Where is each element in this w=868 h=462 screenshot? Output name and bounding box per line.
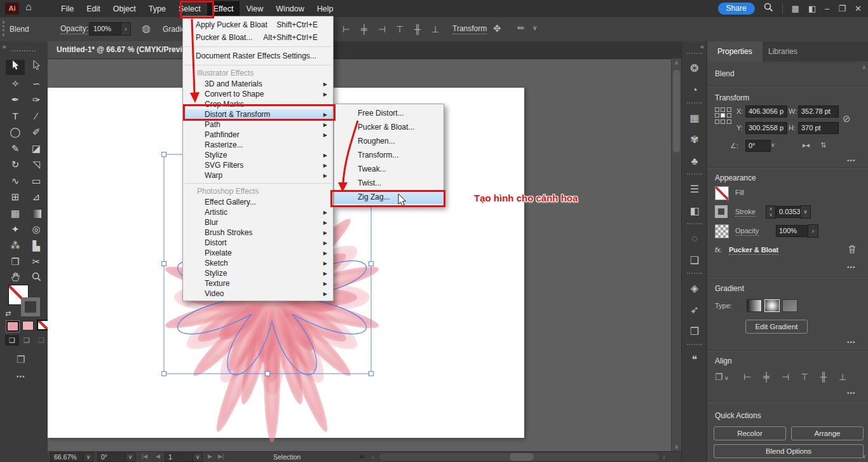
panel-group-drag-handle[interactable] bbox=[687, 223, 702, 228]
menu-edit[interactable]: Edit bbox=[80, 1, 107, 17]
artboard-tool[interactable]: ❒ bbox=[6, 254, 25, 269]
panel-scroll-down-icon[interactable]: ∨ bbox=[862, 453, 866, 459]
opacity-swatch[interactable] bbox=[715, 224, 729, 238]
menu-item-pathfinder[interactable]: Pathfinder▶ bbox=[183, 130, 333, 140]
workspace-switcher-icon[interactable]: ▦ bbox=[792, 4, 799, 13]
eraser-tool[interactable]: ◪ bbox=[27, 141, 46, 156]
panel-group-drag-handle[interactable] bbox=[687, 344, 702, 349]
align-v-center-icon[interactable]: ╫ bbox=[817, 370, 831, 383]
menu-item-crop-marks[interactable]: Crop Marks bbox=[183, 99, 333, 109]
ellipse-tool[interactable]: ◯ bbox=[6, 125, 25, 140]
line-segment-tool[interactable]: ∕ bbox=[27, 109, 46, 124]
tab-properties[interactable]: Properties bbox=[707, 41, 763, 62]
align-to-artboard-icon[interactable]: ❐ ∨ bbox=[715, 372, 729, 382]
layers-icon[interactable]: ◈ bbox=[682, 278, 707, 299]
delete-effect-icon[interactable] bbox=[848, 245, 856, 256]
rotation-input[interactable]: 0° bbox=[745, 140, 771, 152]
gradient-more-icon[interactable]: ••• bbox=[847, 339, 856, 346]
menu-item-video[interactable]: Video▶ bbox=[183, 289, 333, 299]
selection-handle[interactable] bbox=[162, 262, 166, 266]
menu-item-blur[interactable]: Blur▶ bbox=[183, 217, 333, 228]
selection-handle[interactable] bbox=[266, 372, 270, 376]
mesh-tool[interactable]: ▦ bbox=[6, 206, 25, 221]
menu-item-distort[interactable]: Distort▶ bbox=[183, 238, 333, 248]
blend-tool[interactable]: ◎ bbox=[27, 222, 46, 237]
horizontal-scrollbar[interactable] bbox=[379, 453, 659, 461]
transform-link[interactable]: Transform bbox=[452, 24, 487, 34]
arrange-button[interactable]: Arrange bbox=[791, 426, 864, 440]
edit-gradient-button[interactable]: Edit Gradient bbox=[745, 320, 808, 334]
constrain-proportions-icon[interactable]: ⊘ bbox=[843, 113, 851, 125]
menu-item-pixelate[interactable]: Pixelate▶ bbox=[183, 248, 333, 258]
menu-effect[interactable]: Effect bbox=[207, 1, 240, 17]
panel-drag-handle[interactable] bbox=[3, 21, 4, 36]
recolor-button[interactable]: Recolor bbox=[714, 426, 786, 440]
collapse-tools-icon[interactable]: « bbox=[3, 43, 6, 50]
opacity-panel-label[interactable]: Opacity bbox=[735, 227, 759, 236]
panel-group-drag-handle[interactable] bbox=[687, 53, 702, 58]
menu-item-texture[interactable]: Texture▶ bbox=[183, 278, 333, 289]
slice-tool[interactable]: ✂ bbox=[27, 254, 46, 269]
panel-group-drag-handle[interactable] bbox=[687, 173, 702, 179]
selection-handle[interactable] bbox=[162, 372, 166, 376]
align-left-icon[interactable]: ⊢ bbox=[740, 370, 754, 383]
appearance-more-icon[interactable]: ••• bbox=[847, 264, 856, 271]
opacity-input[interactable]: 100% bbox=[89, 22, 122, 36]
align-left-icon[interactable]: ⊢ bbox=[339, 23, 353, 36]
applied-effect-link[interactable]: Pucker & Bloat bbox=[729, 246, 778, 255]
width-tool[interactable]: ∿ bbox=[6, 173, 25, 189]
menu-item-pucker-bloat[interactable]: Pucker & Bloat...Alt+Shift+Ctrl+E bbox=[183, 31, 333, 44]
submenu-item-tweak[interactable]: Tweak... bbox=[334, 162, 444, 176]
menu-item-stylize[interactable]: Stylize▶ bbox=[183, 150, 333, 160]
submenu-item-roughen[interactable]: Roughen... bbox=[334, 134, 444, 148]
previous-artboard-icon[interactable]: ◀ bbox=[156, 453, 160, 459]
color-panel-icon[interactable]: ❂ bbox=[682, 58, 707, 79]
submenu-item-pucker-bloat[interactable]: Pucker & Bloat... bbox=[334, 120, 444, 134]
selection-handle[interactable] bbox=[369, 372, 374, 376]
h-input[interactable]: 370 pt bbox=[798, 122, 839, 134]
selection-handle[interactable] bbox=[369, 262, 374, 266]
brushes-icon[interactable]: ✾ bbox=[682, 129, 707, 151]
y-input[interactable]: 300.2558 p bbox=[745, 122, 787, 134]
hscroll-right-icon[interactable]: › bbox=[663, 453, 665, 461]
free-transform-tool[interactable]: ▭ bbox=[27, 173, 46, 189]
artboard-navigation-input[interactable]: 1 bbox=[165, 452, 196, 462]
align-h-center-icon[interactable]: ╪ bbox=[759, 370, 773, 383]
eyedropper-tool[interactable]: ✦ bbox=[6, 222, 25, 237]
draw-normal-mode-button[interactable]: ❏ bbox=[5, 335, 19, 346]
close-button[interactable]: ✕ bbox=[855, 4, 862, 13]
submenu-item-free-distort[interactable]: Free Distort... bbox=[334, 106, 444, 120]
hscroll-left-icon[interactable]: ‹ bbox=[372, 453, 374, 461]
menu-object[interactable]: Object bbox=[107, 1, 142, 17]
menu-select[interactable]: Select bbox=[172, 1, 207, 17]
curvature-tool[interactable]: ✑ bbox=[27, 92, 46, 107]
artboards-icon[interactable]: ❐ bbox=[682, 321, 707, 343]
zoom-level-select[interactable]: 66.67% bbox=[50, 452, 86, 462]
stroke-swatch[interactable] bbox=[715, 205, 728, 218]
align-v-center-icon[interactable]: ╫ bbox=[410, 23, 424, 36]
blend-options-button[interactable]: Blend Options bbox=[714, 444, 864, 458]
rotation-chevron-icon[interactable]: ∨ bbox=[771, 142, 775, 148]
radial-gradient-swatch[interactable] bbox=[764, 299, 780, 312]
shaper-tool[interactable]: ✎ bbox=[6, 141, 25, 156]
reference-point-selector[interactable] bbox=[715, 107, 731, 124]
perspective-grid-tool[interactable]: ⊿ bbox=[27, 189, 46, 205]
export-icon[interactable]: ➶ bbox=[682, 299, 707, 321]
zoom-tool[interactable] bbox=[27, 271, 46, 286]
swap-fill-stroke-icon[interactable]: ⇄ bbox=[5, 309, 11, 318]
direct-selection-tool[interactable] bbox=[27, 60, 46, 75]
stroke-chevron-icon[interactable]: ∨ bbox=[800, 205, 811, 219]
gradient-tool[interactable] bbox=[27, 206, 46, 221]
shape-mode-chevron-icon[interactable]: ∨ bbox=[532, 24, 537, 31]
menu-item-brush-strokes[interactable]: Brush Strokes▶ bbox=[183, 228, 333, 238]
w-input[interactable]: 352.78 pt bbox=[798, 105, 839, 118]
first-artboard-icon[interactable]: |◀ bbox=[142, 453, 147, 459]
artboard-chevron-icon[interactable]: ∨ bbox=[193, 452, 203, 462]
search-icon[interactable] bbox=[764, 3, 773, 15]
draw-behind-mode-button[interactable]: ❏ bbox=[20, 335, 34, 346]
flip-vertical-icon[interactable]: ⇅ bbox=[820, 141, 826, 149]
menu-item-warp[interactable]: Warp▶ bbox=[183, 170, 333, 180]
rotation-chevron-icon[interactable]: ∨ bbox=[125, 452, 135, 462]
restore-button[interactable]: ❐ bbox=[838, 4, 846, 13]
next-artboard-icon[interactable]: ▶ bbox=[208, 453, 212, 459]
